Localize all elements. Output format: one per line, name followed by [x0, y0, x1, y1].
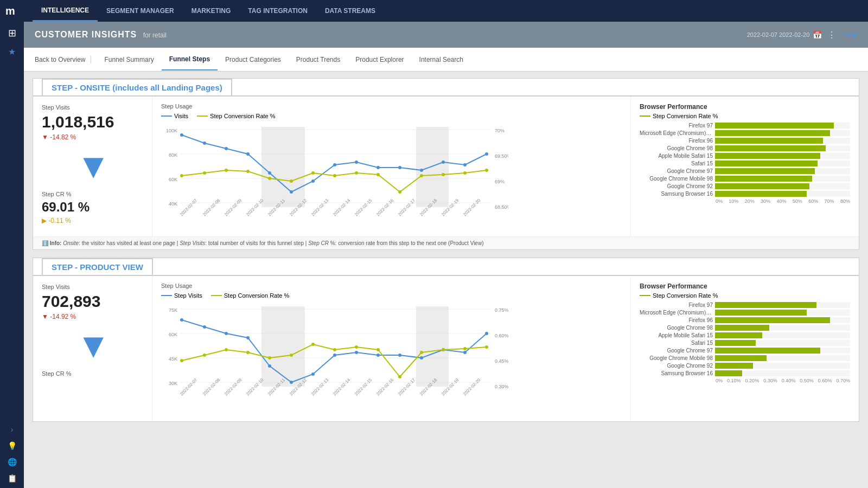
- page-subtitle: for retail: [143, 31, 167, 39]
- browser-bar: [715, 130, 830, 136]
- svg-point-100: [463, 347, 467, 350]
- tab-product-categories[interactable]: Product Categories: [218, 49, 289, 70]
- browser-bar: [715, 153, 820, 159]
- browser-row: Google Chrome 98: [640, 325, 850, 331]
- svg-rect-13: [416, 127, 449, 207]
- browser-name: Apple Mobile Safari 15: [640, 153, 713, 159]
- svg-text:68.50%: 68.50%: [495, 204, 508, 210]
- sidebar-globe-icon[interactable]: 🌐: [8, 458, 17, 466]
- tab-funnel-summary[interactable]: Funnel Summary: [97, 49, 161, 70]
- browser-name: Apple Mobile Safari 15: [640, 332, 713, 338]
- tab-internal-search[interactable]: Internal Search: [412, 49, 471, 70]
- browser-row: Firefox 97: [640, 123, 850, 129]
- svg-point-18: [268, 171, 271, 175]
- tab-bar: Back to Overview Funnel Summary Funnel S…: [24, 48, 868, 72]
- svg-rect-70: [261, 306, 305, 387]
- browser-name: Google Chrome 98: [640, 145, 713, 151]
- svg-point-92: [290, 354, 293, 357]
- svg-text:2022-02-16: 2022-02-16: [375, 377, 395, 397]
- browser-bar: [715, 317, 830, 323]
- browser-bar: [715, 123, 834, 129]
- sidebar-grid-icon[interactable]: ⊞: [8, 27, 16, 39]
- sidebar-star-icon[interactable]: ★: [8, 47, 16, 57]
- browser-bar-wrap: [715, 191, 850, 197]
- browser-name: Google Chrome 97: [640, 348, 713, 354]
- svg-point-22: [355, 160, 358, 164]
- step2-chart-panel: Step Usage Step Visits Step Conversion R…: [152, 276, 631, 421]
- browser-bar: [715, 310, 807, 316]
- svg-point-31: [225, 169, 228, 172]
- svg-point-98: [420, 351, 423, 354]
- svg-point-86: [485, 332, 488, 335]
- svg-point-39: [398, 190, 401, 194]
- browser-bar-wrap: [715, 123, 850, 129]
- svg-text:2022-02-10: 2022-02-10: [245, 377, 265, 397]
- calendar-icon[interactable]: 📅: [813, 30, 822, 39]
- browser-row: Safari 15: [640, 340, 850, 346]
- tab-funnel-steps[interactable]: Funnel Steps: [162, 49, 218, 70]
- browser-bar-wrap: [715, 168, 850, 174]
- svg-point-82: [398, 354, 401, 357]
- svg-point-77: [290, 381, 293, 384]
- svg-text:2022-02-09: 2022-02-09: [224, 377, 243, 397]
- svg-text:2022-02-17: 2022-02-17: [397, 377, 417, 397]
- svg-text:2022-02-17: 2022-02-17: [397, 198, 417, 217]
- browser-name: Google Chrome 98: [640, 325, 713, 331]
- svg-point-21: [333, 163, 336, 166]
- nav-intelligence[interactable]: INTELLIGENCE: [33, 0, 98, 22]
- browser-name: Safari 15: [640, 160, 713, 166]
- svg-point-88: [203, 354, 206, 357]
- browser-name: Safari 15: [640, 340, 713, 346]
- sidebar-arrow-icon[interactable]: ›: [11, 425, 14, 434]
- help-button[interactable]: Help: [844, 31, 857, 38]
- step2-visits-change: ▼ -14.92 %: [42, 313, 143, 320]
- browser-row: Firefox 96: [640, 138, 850, 144]
- browser-bar-wrap: [715, 332, 850, 338]
- sidebar-doc-icon[interactable]: 📋: [8, 474, 17, 483]
- browser-row: Microsoft Edge (Chromium) fo...: [640, 130, 850, 136]
- svg-text:2022-02-13: 2022-02-13: [310, 198, 330, 217]
- browser-name: Google Chrome 92: [640, 363, 713, 369]
- browser-bar: [715, 355, 767, 361]
- nav-tag[interactable]: TAG INTEGRATION: [239, 0, 316, 22]
- step1-chart-title: Step Usage: [161, 103, 622, 110]
- nav-segment[interactable]: SEGMENT MANAGER: [98, 0, 183, 22]
- svg-point-42: [463, 171, 467, 175]
- tab-product-explorer[interactable]: Product Explorer: [348, 49, 411, 70]
- step1-header-wrap: STEP - ONSITE (includes all Landing Page…: [33, 79, 859, 97]
- browser-bar: [715, 332, 762, 338]
- svg-point-101: [485, 345, 488, 349]
- browser-bar-wrap: [715, 340, 850, 346]
- svg-text:69.50%: 69.50%: [495, 153, 508, 159]
- step1-metrics: Step Visits 1,018,516 ▼ -14.82 % ▼ Step …: [33, 97, 152, 236]
- tab-product-trends[interactable]: Product Trends: [289, 49, 348, 70]
- svg-point-20: [311, 179, 315, 183]
- step2-visits-label: Step Visits: [42, 284, 143, 290]
- step2-metrics: Step Visits 702,893 ▼ -14.92 % ▼ Step CR…: [33, 276, 152, 421]
- nav-datastreams[interactable]: DATA STREAMS: [316, 0, 384, 22]
- svg-point-97: [398, 375, 401, 378]
- sidebar-bulb-icon[interactable]: 💡: [8, 441, 17, 450]
- step1-chart-svg: 100K 80K 60K 40K 70% 69.50% 69% 68.50%: [161, 121, 508, 230]
- svg-text:69%: 69%: [495, 179, 505, 184]
- browser-row: Safari 15: [640, 160, 850, 166]
- browser-bar-wrap: [715, 160, 850, 166]
- main-content: CUSTOMER INSIGHTS for retail 2022-02-07 …: [24, 22, 868, 488]
- svg-rect-12: [261, 127, 305, 207]
- svg-point-19: [290, 190, 293, 194]
- svg-point-17: [246, 152, 250, 156]
- step1-browser-title: Browser Performance: [640, 103, 850, 111]
- svg-text:2022-02-15: 2022-02-15: [354, 198, 373, 217]
- back-to-overview[interactable]: Back to Overview: [35, 56, 91, 63]
- more-icon[interactable]: ⋮: [827, 30, 836, 40]
- nav-marketing[interactable]: MARKETING: [183, 0, 240, 22]
- step2-chart-svg: 75K 60K 45K 30K 0.75% 0.60% 0.45% 0.30%: [161, 301, 508, 415]
- svg-text:75K: 75K: [169, 307, 177, 313]
- browser-row: Apple Mobile Safari 15: [640, 332, 850, 338]
- svg-text:100K: 100K: [166, 128, 177, 133]
- svg-point-15: [203, 142, 206, 145]
- svg-point-94: [333, 348, 336, 351]
- svg-point-41: [442, 173, 445, 176]
- step1-visits-change: ▼ -14.82 %: [42, 133, 143, 141]
- svg-text:2022-02-14: 2022-02-14: [332, 198, 352, 217]
